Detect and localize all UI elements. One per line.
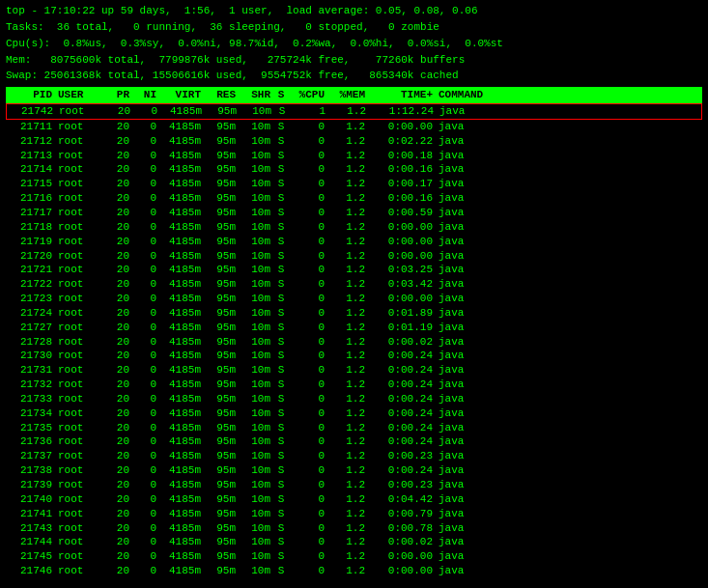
table-row[interactable]: 21727 root 20 0 4185m 95m 10m S 0 1.2 0:…	[6, 321, 702, 335]
cell-mem: 1.2	[328, 478, 369, 492]
cell-shr: 10m	[240, 235, 274, 249]
cell-cpu: 0	[288, 507, 328, 521]
cell-cmd: java	[437, 507, 702, 521]
table-row[interactable]: 21743 root 20 0 4185m 95m 10m S 0 1.2 0:…	[6, 521, 702, 536]
cell-s: S	[274, 363, 288, 378]
cell-cmd: java	[437, 235, 702, 249]
cell-mem: 1.2	[328, 277, 369, 292]
table-row[interactable]: 21714 root 20 0 4185m 95m 10m S 0 1.2 0:…	[6, 162, 702, 177]
cell-cmd: java	[437, 335, 702, 350]
cell-pr: 20	[106, 120, 133, 134]
cell-pid: 21736	[6, 434, 56, 449]
cell-mem: 1.2	[328, 321, 369, 335]
table-row[interactable]: 21724 root 20 0 4185m 95m 10m S 0 1.2 0:…	[6, 306, 702, 321]
table-row[interactable]: 21722 root 20 0 4185m 95m 10m S 0 1.2 0:…	[6, 277, 702, 292]
cell-cpu: 0	[288, 406, 328, 421]
table-row[interactable]: 21723 root 20 0 4185m 95m 10m S 0 1.2 0:…	[6, 292, 702, 306]
cell-user: root	[56, 434, 106, 449]
cell-user: root	[56, 321, 106, 335]
process-table: PID USER PR NI VIRT RES SHR S %CPU %MEM …	[6, 87, 702, 578]
cell-cpu: 0	[288, 564, 328, 578]
cell-ni: 0	[133, 120, 160, 134]
table-row[interactable]: 21735 root 20 0 4185m 95m 10m S 0 1.2 0:…	[6, 421, 702, 435]
cell-user: root	[56, 549, 106, 564]
cell-cpu: 0	[288, 549, 328, 564]
table-row[interactable]: 21718 root 20 0 4185m 95m 10m S 0 1.2 0:…	[6, 220, 702, 235]
cell-user: root	[56, 392, 106, 406]
cell-ni: 0	[133, 263, 160, 277]
cell-time: 0:00.24	[369, 392, 437, 406]
cell-mem: 1.2	[328, 463, 369, 478]
table-row[interactable]: 21744 root 20 0 4185m 95m 10m S 0 1.2 0:…	[6, 535, 702, 549]
table-row[interactable]: 21737 root 20 0 4185m 95m 10m S 0 1.2 0:…	[6, 449, 702, 463]
cell-cmd: java	[438, 104, 701, 119]
cell-virt: 4185m	[160, 306, 205, 321]
header-line1: top - 17:10:22 up 59 days, 1:56, 1 user,…	[6, 4, 702, 18]
cell-res: 95m	[205, 177, 240, 191]
cell-shr: 10m	[240, 306, 274, 321]
cell-s: S	[274, 392, 288, 406]
table-row[interactable]: 21732 root 20 0 4185m 95m 10m S 0 1.2 0:…	[6, 378, 702, 392]
table-row[interactable]: 21734 root 20 0 4185m 95m 10m S 0 1.2 0:…	[6, 406, 702, 421]
cell-cmd: java	[437, 434, 702, 449]
cell-ni: 0	[133, 206, 160, 220]
cell-shr: 10m	[240, 392, 274, 406]
cell-ni: 0	[133, 564, 160, 578]
cell-cpu: 0	[288, 263, 328, 277]
cell-ni: 0	[134, 104, 161, 119]
cell-ni: 0	[133, 277, 160, 292]
table-row[interactable]: 21720 root 20 0 4185m 95m 10m S 0 1.2 0:…	[6, 249, 702, 264]
cell-pr: 20	[106, 564, 133, 578]
table-row[interactable]: 21715 root 20 0 4185m 95m 10m S 0 1.2 0:…	[6, 177, 702, 191]
table-row[interactable]: 21728 root 20 0 4185m 95m 10m S 0 1.2 0:…	[6, 335, 702, 350]
cell-user: root	[56, 177, 106, 191]
col-mem-header: %MEM	[328, 88, 369, 102]
cell-s: S	[274, 235, 288, 249]
table-row[interactable]: 21721 root 20 0 4185m 95m 10m S 0 1.2 0:…	[6, 263, 702, 277]
cell-s: S	[274, 449, 288, 463]
cell-virt: 4185m	[160, 349, 205, 363]
cell-cpu: 0	[288, 277, 328, 292]
cell-res: 95m	[205, 134, 240, 149]
table-row[interactable]: 21738 root 20 0 4185m 95m 10m S 0 1.2 0:…	[6, 463, 702, 478]
cell-pr: 20	[106, 549, 133, 564]
table-row[interactable]: 21736 root 20 0 4185m 95m 10m S 0 1.2 0:…	[6, 434, 702, 449]
cell-s: S	[274, 349, 288, 363]
table-row[interactable]: 21741 root 20 0 4185m 95m 10m S 0 1.2 0:…	[6, 507, 702, 521]
table-row[interactable]: 21711 root 20 0 4185m 95m 10m S 0 1.2 0:…	[6, 120, 702, 134]
cell-time: 0:03.42	[369, 277, 437, 292]
table-row[interactable]: 21730 root 20 0 4185m 95m 10m S 0 1.2 0:…	[6, 349, 702, 363]
table-row[interactable]: 21742 root 20 0 4185m 95m 10m S 1 1.2 1:…	[6, 103, 702, 120]
cell-s: S	[274, 507, 288, 521]
cell-pid: 21731	[6, 363, 56, 378]
table-row[interactable]: 21733 root 20 0 4185m 95m 10m S 0 1.2 0:…	[6, 392, 702, 406]
cell-time: 0:00.00	[369, 549, 437, 564]
cell-cmd: java	[437, 492, 702, 507]
header-line2: Tasks: 36 total, 0 running, 36 sleeping,…	[6, 20, 702, 35]
table-row[interactable]: 21713 root 20 0 4185m 95m 10m S 0 1.2 0:…	[6, 149, 702, 163]
cell-cpu: 0	[288, 191, 328, 206]
cell-pr: 20	[106, 235, 133, 249]
cell-pr: 20	[106, 306, 133, 321]
cell-ni: 0	[133, 434, 160, 449]
table-row[interactable]: 21716 root 20 0 4185m 95m 10m S 0 1.2 0:…	[6, 191, 702, 206]
cell-shr: 10m	[240, 349, 274, 363]
cell-mem: 1.2	[328, 249, 369, 264]
cell-shr: 10m	[240, 521, 274, 536]
table-row[interactable]: 21717 root 20 0 4185m 95m 10m S 0 1.2 0:…	[6, 206, 702, 220]
cell-res: 95m	[205, 392, 240, 406]
cell-virt: 4185m	[160, 335, 205, 350]
cell-cmd: java	[437, 535, 702, 549]
cell-s: S	[275, 104, 289, 119]
table-row[interactable]: 21745 root 20 0 4185m 95m 10m S 0 1.2 0:…	[6, 549, 702, 564]
table-row[interactable]: 21739 root 20 0 4185m 95m 10m S 0 1.2 0:…	[6, 478, 702, 492]
table-row[interactable]: 21740 root 20 0 4185m 95m 10m S 0 1.2 0:…	[6, 492, 702, 507]
cell-pr: 20	[106, 392, 133, 406]
table-row[interactable]: 21746 root 20 0 4185m 95m 10m S 0 1.2 0:…	[6, 564, 702, 578]
cell-s: S	[274, 277, 288, 292]
table-row[interactable]: 21712 root 20 0 4185m 95m 10m S 0 1.2 0:…	[6, 134, 702, 149]
cell-virt: 4185m	[160, 492, 205, 507]
table-row[interactable]: 21731 root 20 0 4185m 95m 10m S 0 1.2 0:…	[6, 363, 702, 378]
cell-pr: 20	[106, 492, 133, 507]
table-row[interactable]: 21719 root 20 0 4185m 95m 10m S 0 1.2 0:…	[6, 235, 702, 249]
